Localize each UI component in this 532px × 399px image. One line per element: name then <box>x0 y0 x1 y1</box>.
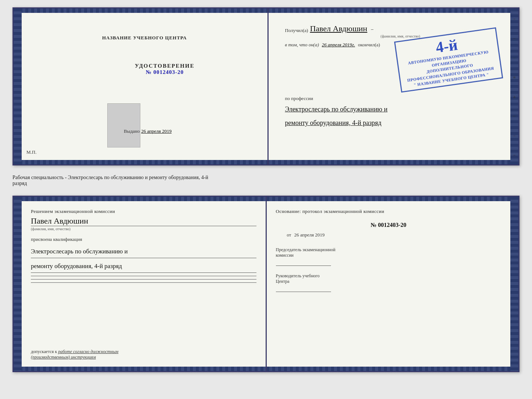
rukovoditel-block: Руководитель учебного Центра <box>276 273 502 292</box>
predsedatel-sig-line <box>276 266 331 266</box>
poprofessii-label: по профессии <box>285 96 494 101</box>
vydano-label: Выдано <box>124 128 140 134</box>
poprofessii-block: по профессии Электрослесарь по обслужива… <box>285 96 494 129</box>
osnovanie-title: Основание: протокол экзаменационной коми… <box>276 209 502 214</box>
recipient-name-bottom: Павел Авдюшин <box>31 216 256 226</box>
protocol-number: № 0012403-20 <box>276 222 502 228</box>
rukovoditel-title: Руководитель учебного Центра <box>276 273 502 284</box>
rukovoditel-sig-line <box>276 292 331 292</box>
recipient-name-top: Павел Авдюшин <box>310 24 367 33</box>
photo-placeholder <box>107 103 140 147</box>
bottom-document: Решением экзаменационной комиссии Павел … <box>12 196 520 372</box>
doc-left-panel: НАЗВАНИЕ УЧЕБНОГО ЦЕНТРА УДОСТОВЕРЕНИЕ №… <box>14 8 269 164</box>
udostoverenie-title: УДОСТОВЕРЕНИЕ <box>135 63 195 69</box>
ot-date: 26 апреля 2019 <box>294 232 325 238</box>
bottom-left-panel: Решением экзаменационной комиссии Павел … <box>14 197 267 371</box>
vtom-date: 26 апреля 2019г. <box>322 42 355 48</box>
doc-inner-left: НАЗВАНИЕ УЧЕБНОГО ЦЕНТРА УДОСТОВЕРЕНИЕ №… <box>94 24 195 153</box>
okonchil-label: окончил(а) <box>358 42 380 48</box>
dopuskaetsya-text: работе согласно должностным <box>58 349 118 354</box>
binding-right-bottom <box>510 197 518 371</box>
decision-text: Решением экзаменационной комиссии <box>31 209 256 214</box>
dopuskaetsya-block: допускается к работе согласно должностны… <box>31 349 118 360</box>
ot-label: от <box>287 232 291 238</box>
poluchil-label: Получил(a) <box>285 28 308 33</box>
bottom-right-panel: Основание: протокол экзаменационной коми… <box>267 197 519 371</box>
profession-line2: ремонту оборудования, 4-й разряд <box>285 117 494 129</box>
doc-inner-right: Получил(a) Павел Авдюшин – (фамилия, имя… <box>278 18 502 135</box>
udostoverenie-number: № 0012403-20 <box>135 69 195 75</box>
bottom-inner-left: Решением экзаменационной комиссии Павел … <box>22 201 266 293</box>
dopuskaetsya-label: допускается к <box>31 349 57 354</box>
ot-line: от 26 апреля 2019 <box>287 232 502 238</box>
vtom-label: в том, что он(а) <box>285 42 319 48</box>
middle-text-line1: Рабочая специальность - Электрослесарь п… <box>12 175 520 181</box>
dash-top: – <box>371 26 374 32</box>
predsedatel-title: Председатель экзаменационной комиссии <box>276 247 502 258</box>
middle-text-block: Рабочая специальность - Электрослесарь п… <box>12 173 520 188</box>
qual-line2: ремонту оборудования, 4-й разряд <box>31 260 256 273</box>
binding-left <box>14 8 22 164</box>
binding-left-bottom <box>14 197 22 371</box>
stamp-number: 4-й <box>435 36 459 56</box>
center-title: НАЗВАНИЕ УЧЕБНОГО ЦЕНТРА <box>102 35 187 41</box>
bottom-inner-right: Основание: протокол экзаменационной коми… <box>267 201 511 307</box>
vydano-block: Выдано 26 апреля 2019 <box>124 128 172 134</box>
predsedatel-block: Председатель экзаменационной комиссии <box>276 247 502 266</box>
vydano-date: 26 апреля 2019 <box>141 128 172 134</box>
middle-text-line2: разряд <box>12 181 520 186</box>
qual-line1: Электрослесарь по обслуживанию и <box>31 245 256 258</box>
profession-line1: Электрослесарь по обслуживанию и <box>285 103 494 115</box>
dopuskaetsya-text2: (производственным) инструкциям <box>31 355 96 360</box>
right-edge-marks: – – – и а ← – – <box>510 8 518 164</box>
top-document: НАЗВАНИЕ УЧЕБНОГО ЦЕНТРА УДОСТОВЕРЕНИЕ №… <box>12 7 520 165</box>
doc-right-panel: Получил(a) Павел Авдюшин – (фамилия, имя… <box>269 8 519 164</box>
fio-sub-bottom: (фамилия, имя, отчество) <box>31 227 256 231</box>
prisvoena-text: присвоена квалификация <box>31 236 256 242</box>
mp-label: М.П. <box>26 149 36 155</box>
